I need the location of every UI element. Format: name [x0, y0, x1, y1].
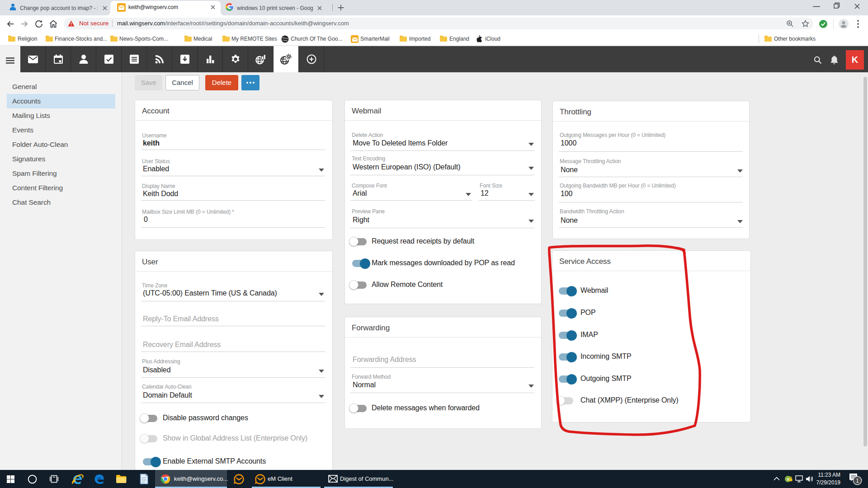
svg-text:1: 1 [856, 478, 859, 484]
svg-text:V: V [787, 477, 789, 482]
